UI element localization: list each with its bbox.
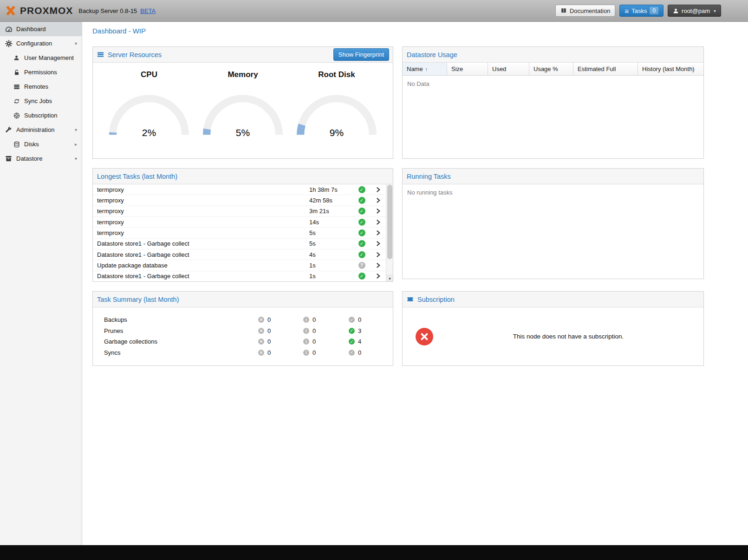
sidebar-item-datastore[interactable]: Datastore ▾ — [0, 151, 82, 166]
task-row[interactable]: termproxy 42m 58s — [93, 195, 386, 206]
task-row[interactable]: Update package database 1s — [93, 260, 386, 271]
error-count: 0 — [267, 327, 271, 334]
tasks-button[interactable]: ≡ Tasks 0 — [619, 5, 663, 17]
vertical-scrollbar[interactable]: ▼ — [386, 184, 393, 282]
sidebar-item-label: User Management — [24, 54, 74, 61]
gauge-label: Memory — [199, 70, 287, 79]
scroll-down-arrow-icon[interactable]: ▼ — [386, 275, 393, 282]
task-open-chevron-icon[interactable] — [376, 263, 381, 268]
ok-count-icon — [349, 317, 355, 323]
no-running-tasks-text: No running tasks — [403, 184, 703, 201]
task-status-icon — [358, 251, 365, 258]
expand-chevron-icon[interactable]: ▸ — [75, 142, 77, 147]
collapse-caret-icon[interactable]: ▾ — [75, 127, 77, 132]
wrench-icon — [5, 126, 13, 134]
column-header-name[interactable]: Name ↑ — [403, 63, 447, 75]
task-duration: 1s — [309, 262, 353, 269]
documentation-label: Documentation — [570, 7, 610, 14]
task-row[interactable]: termproxy 3m 21s — [93, 206, 386, 217]
task-open-chevron-icon[interactable] — [376, 220, 381, 225]
sidebar-item-permissions[interactable]: Permissions — [0, 65, 82, 79]
sidebar-item-dashboard[interactable]: Dashboard — [0, 22, 82, 36]
product-version-label: Backup Server 0.8-15 — [78, 7, 137, 14]
column-header-usage-pct[interactable]: Usage % — [529, 63, 573, 75]
task-row[interactable]: termproxy 1h 38m 7s — [93, 184, 386, 195]
gauge-label: Root Disk — [293, 70, 381, 79]
task-status-icon — [358, 208, 365, 215]
summary-label: Backups — [104, 316, 258, 323]
column-header-estimated-full[interactable]: Estimated Full — [573, 63, 638, 75]
task-row[interactable]: Datastore store1 - Garbage collect 5s — [93, 239, 386, 249]
sidebar-item-label: Administration — [16, 126, 54, 133]
task-row[interactable]: termproxy 5s — [93, 228, 386, 238]
task-duration: 1h 38m 7s — [309, 186, 353, 193]
task-status-icon — [358, 229, 365, 236]
documentation-button[interactable]: Documentation — [555, 5, 615, 17]
show-fingerprint-button[interactable]: Show Fingerprint — [333, 48, 389, 61]
column-header-used[interactable]: Used — [488, 63, 529, 75]
column-label: Estimated Full — [578, 65, 616, 72]
running-tasks-panel: Running Tasks No running tasks — [402, 168, 704, 279]
sidebar-item-label: Subscription — [24, 112, 58, 119]
collapse-caret-icon[interactable]: ▾ — [75, 156, 77, 161]
scrollbar-thumb[interactable] — [387, 185, 392, 259]
task-open-chevron-icon[interactable] — [376, 208, 381, 214]
column-label: Size — [451, 65, 463, 72]
gauge-value: 2% — [105, 127, 193, 138]
gauge-value: 5% — [199, 127, 287, 138]
longest-tasks-header: Longest Tasks (last Month) — [93, 169, 393, 184]
unlock-icon — [13, 69, 20, 76]
sidebar-item-disks[interactable]: Disks ▸ — [0, 137, 82, 151]
dashboard-panels: Server Resources Show Fingerprint CPU 2% — [82, 39, 748, 376]
beta-link[interactable]: BETA — [140, 7, 156, 14]
summary-label: Garbage collections — [104, 338, 258, 345]
column-label: Used — [492, 65, 506, 72]
memory-gauge: Memory 5% — [199, 70, 287, 138]
book-icon — [560, 7, 567, 14]
panel-title: Server Resources — [108, 51, 162, 59]
summary-label: Prunes — [104, 327, 258, 334]
server-stack-icon — [13, 83, 20, 91]
sidebar-item-administration[interactable]: Administration ▾ — [0, 123, 82, 137]
user-menu-button[interactable]: root@pam ▾ — [668, 5, 721, 17]
sidebar-item-remotes[interactable]: Remotes — [0, 79, 82, 94]
warning-count: 0 — [312, 316, 316, 323]
running-tasks-header: Running Tasks — [403, 169, 703, 184]
task-name: termproxy — [97, 229, 309, 236]
panel-title: Subscription — [417, 296, 455, 303]
column-label: History (last Month) — [642, 65, 695, 72]
task-row[interactable]: Datastore store1 - Garbage collect 4s — [93, 249, 386, 260]
task-row[interactable]: termproxy 14s — [93, 217, 386, 228]
error-count-icon — [258, 328, 264, 334]
collapse-caret-icon[interactable]: ▾ — [75, 41, 77, 46]
sidebar-item-label: Datastore — [16, 155, 42, 162]
task-open-chevron-icon[interactable] — [376, 198, 381, 203]
task-open-chevron-icon[interactable] — [376, 273, 381, 279]
column-header-history[interactable]: History (last Month) — [638, 63, 703, 75]
sidebar-item-sync-jobs[interactable]: Sync Jobs — [0, 94, 82, 108]
sidebar-item-configuration[interactable]: Configuration ▾ — [0, 36, 82, 51]
bottom-bar — [0, 545, 748, 560]
subscription-panel: Subscription This node does not have a s… — [402, 291, 704, 366]
archive-icon — [5, 155, 13, 163]
task-open-chevron-icon[interactable] — [376, 230, 381, 235]
column-header-size[interactable]: Size — [447, 63, 488, 75]
sidebar-item-user-management[interactable]: User Management — [0, 51, 82, 65]
sidebar-item-label: Disks — [24, 141, 39, 148]
task-open-chevron-icon[interactable] — [376, 252, 381, 257]
sidebar-item-label: Configuration — [16, 40, 52, 47]
task-open-chevron-icon[interactable] — [376, 187, 381, 192]
no-data-text: No Data — [403, 76, 703, 92]
task-name: termproxy — [97, 186, 309, 193]
error-count: 0 — [267, 349, 271, 356]
task-name: Datastore store1 - Garbage collect — [97, 251, 309, 258]
task-status-icon — [358, 186, 365, 193]
panel-title: Longest Tasks (last Month) — [97, 173, 177, 180]
task-open-chevron-icon[interactable] — [376, 241, 381, 246]
gears-icon — [5, 40, 13, 47]
sidebar-item-subscription[interactable]: Subscription — [0, 108, 82, 123]
task-row[interactable]: Datastore store1 - Garbage collect 1s — [93, 271, 386, 282]
datastore-usage-panel: Datastore Usage Name ↑ Size Used Usage %… — [402, 46, 704, 159]
summary-row: Prunes 0 0 3 — [104, 326, 393, 337]
task-duration: 1s — [309, 273, 353, 280]
